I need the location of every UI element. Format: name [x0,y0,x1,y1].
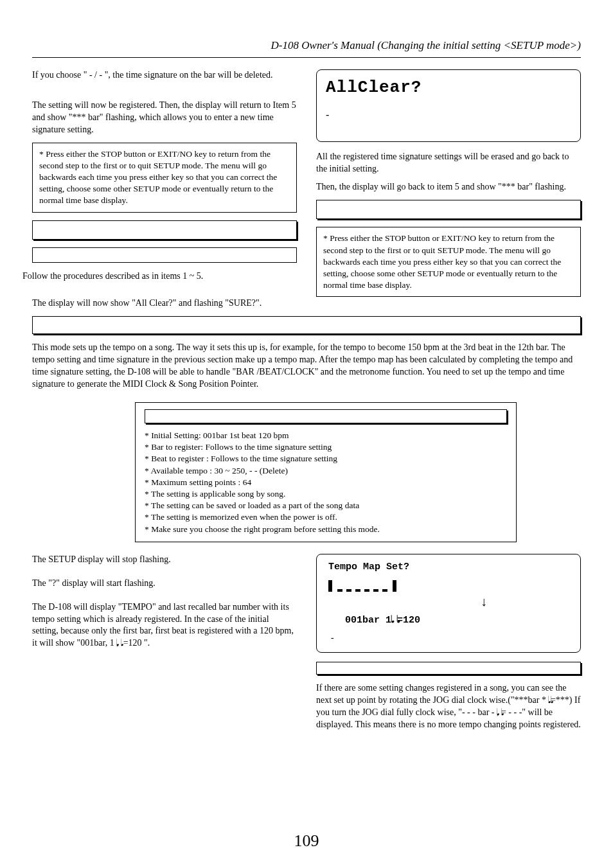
left-column: If you choose " - / - ", the time signat… [32,69,297,316]
tempo-intro: This mode sets up the tempo on a song. T… [32,342,581,391]
full-shadow-box-1 [32,316,581,334]
bar-tall-left [328,580,332,592]
lcd-bar-graphic [328,578,569,592]
lower-left-p2: The "?" display will start flashing. [32,578,297,590]
lower-left-column: The SETUP display will stop flashing. Th… [32,554,297,738]
lcd-allclear-text: AllClear? [326,76,571,99]
right-note-box: * Press either the STOP button or EXIT/N… [316,227,581,297]
tempo-info-box: * Initial Setting: 001bar 1st beat 120 b… [135,402,517,542]
lcd-tempo-title: Tempo Map Set? [328,561,569,574]
left-choose-dashes: If you choose " - / - ", the time signat… [32,69,297,82]
page-header: D-108 Owner's Manual (Changing the initi… [32,39,581,53]
bullet-4: * Available tempo : 30 ~ 250, - - (Delet… [145,465,507,477]
lcd-minus-2: - [331,632,571,644]
left-shadow-box-1 [32,220,297,240]
lcd-dash: - [326,108,571,122]
lower-left-p3: The D-108 will display "TEMPO" and last … [32,601,297,650]
right-display-back: Then, the display will go back to item 5… [316,181,581,193]
bullet-5: * Maximum setting points : 64 [145,477,507,488]
bar-tall-right [393,580,396,592]
bullet-2: * Bar to register: Follows to the time s… [145,441,507,453]
left-follow-procedures: Follow the procedures described as in it… [22,270,297,283]
bullet-6: * The setting is applicable song by song… [145,488,507,500]
lower-right-p1: If there are some setting changes regist… [316,682,581,731]
bullet-9: * Make sure you choose the right program… [145,524,507,535]
bullet-3: * Beat to register : Follows to the time… [145,453,507,465]
lower-right-shadow [316,662,581,675]
lcd-001bar: 001bar 1𝅘𝅥 𝅘𝅥=120 [345,614,571,627]
left-allclear-text: The display will now show "All Clear?" a… [32,297,297,310]
bullet-1: * Initial Setting: 001bar 1st beat 120 b… [145,430,507,441]
bar-dashes [337,589,387,592]
lower-right-column: Tempo Map Set? ↓ 001bar 1𝅘𝅥 𝅘𝅥=120 - If … [316,554,581,738]
page-number: 109 [0,829,613,852]
arrow-down-icon: ↓ [396,593,571,610]
left-registered-text: The setting will now be registered. Then… [32,100,297,136]
lcd-allclear: AllClear? - [316,69,581,142]
right-erased-text: All the registered time signature settin… [316,151,581,175]
left-thin-box [32,247,297,263]
bullet-8: * The setting is memorized even when the… [145,511,507,523]
lower-left-p1: The SETUP display will stop flashing. [32,554,297,566]
right-column: AllClear? - All the registered time sign… [316,69,581,316]
bullet-7: * The setting can be saved or loaded as … [145,500,507,511]
right-shadow-box-1 [316,200,581,219]
lcd-tempo-map: Tempo Map Set? ↓ 001bar 1𝅘𝅥 𝅘𝅥=120 - [316,554,581,653]
info-inner-shadow [145,409,507,423]
left-note-box: * Press either the STOP button or EXIT/N… [32,143,297,213]
header-rule [32,57,581,58]
